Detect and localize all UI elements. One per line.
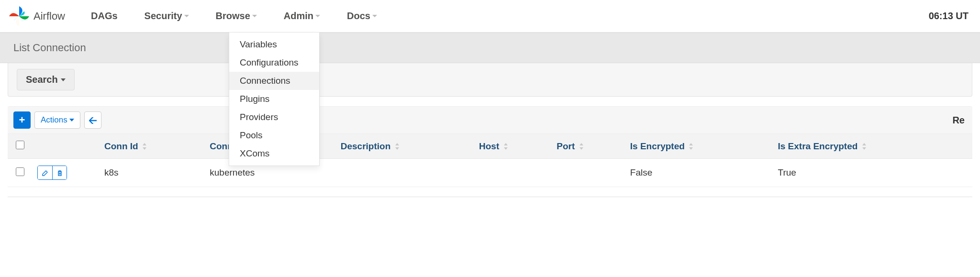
- row-actions-group: [37, 166, 67, 180]
- nav-label: DAGs: [91, 11, 118, 22]
- toolbar: + Actions Re: [8, 106, 972, 134]
- search-toggle-button[interactable]: Search: [17, 69, 75, 90]
- plus-icon: +: [19, 114, 25, 126]
- dropdown-item-xcoms[interactable]: XComs: [229, 144, 319, 163]
- sort-icon: [143, 141, 146, 151]
- chevron-down-icon: [184, 15, 189, 18]
- dropdown-item-configurations[interactable]: Configurations: [229, 54, 319, 72]
- admin-dropdown: Variables Configurations Connections Plu…: [229, 33, 320, 166]
- nav-item-admin[interactable]: Admin: [277, 7, 327, 25]
- header-is-encrypted[interactable]: Is Encrypted: [625, 134, 773, 159]
- cell-conn-id: k8s: [100, 159, 205, 187]
- brand-name: Airflow: [33, 10, 65, 22]
- add-button[interactable]: +: [13, 111, 31, 129]
- sort-icon: [504, 141, 508, 151]
- dropdown-label: Configurations: [240, 57, 299, 67]
- nav-label: Docs: [347, 11, 370, 22]
- nav-item-browse[interactable]: Browse: [209, 7, 264, 25]
- header-port[interactable]: Port: [552, 134, 625, 159]
- trash-icon: [56, 167, 63, 178]
- nav-items: DAGs Security Browse Admin Docs: [84, 7, 397, 25]
- header-is-extra-encrypted[interactable]: Is Extra Encrypted: [773, 134, 973, 159]
- nav-item-security[interactable]: Security: [138, 7, 196, 25]
- chevron-down-icon: [372, 15, 377, 18]
- nav-label: Admin: [284, 11, 313, 22]
- header-select-all: [8, 134, 33, 159]
- page-title-bar: List Connection: [0, 33, 980, 63]
- cell-description: [336, 159, 474, 187]
- cell-is-encrypted: False: [625, 159, 773, 187]
- sort-icon: [395, 141, 399, 151]
- cell-host: [474, 159, 552, 187]
- actions-dropdown-button[interactable]: Actions: [34, 111, 80, 129]
- dropdown-label: Connections: [240, 76, 290, 86]
- header-label: Host: [479, 141, 499, 151]
- airflow-logo-icon: [8, 5, 31, 28]
- nav-label: Browse: [216, 11, 250, 22]
- dropdown-item-plugins[interactable]: Plugins: [229, 90, 319, 108]
- header-conn-id[interactable]: Conn Id: [100, 134, 205, 159]
- edit-icon: [42, 167, 48, 178]
- header-label: Is Encrypted: [630, 141, 685, 151]
- header-label: Port: [557, 141, 575, 151]
- row-select-checkbox[interactable]: [16, 167, 24, 176]
- cell-is-extra-encrypted: True: [773, 159, 973, 187]
- nav-item-dags[interactable]: DAGs: [84, 7, 124, 25]
- edit-button[interactable]: [38, 166, 52, 179]
- dropdown-item-pools[interactable]: Pools: [229, 126, 319, 144]
- header-description[interactable]: Description: [336, 134, 474, 159]
- nav-label: Security: [145, 11, 182, 22]
- header-host[interactable]: Host: [474, 134, 552, 159]
- brand[interactable]: Airflow: [8, 5, 65, 28]
- dropdown-label: XComs: [240, 148, 269, 158]
- cell-port: [552, 159, 625, 187]
- clock-utc: 06:13 UT: [929, 11, 972, 22]
- chevron-down-icon: [69, 119, 74, 122]
- dropdown-label: Plugins: [240, 94, 269, 104]
- dropdown-label: Variables: [240, 39, 277, 49]
- dropdown-item-variables[interactable]: Variables: [229, 35, 319, 54]
- chevron-down-icon: [61, 78, 66, 81]
- dropdown-label: Pools: [240, 130, 263, 140]
- arrow-left-icon: [89, 115, 97, 126]
- chevron-down-icon: [252, 15, 257, 18]
- content: Search + Actions Re Con: [0, 63, 980, 207]
- dropdown-item-connections[interactable]: Connections: [229, 72, 319, 90]
- table-header-row: Conn Id Conn Type Description Host Port: [8, 134, 972, 159]
- dropdown-item-providers[interactable]: Providers: [229, 108, 319, 126]
- cell-select: [8, 159, 33, 187]
- nav-item-docs[interactable]: Docs: [340, 7, 384, 25]
- chevron-down-icon: [315, 15, 320, 18]
- panel-bottom-border: [8, 197, 972, 197]
- sort-icon: [689, 141, 693, 151]
- search-panel: Search: [8, 63, 972, 97]
- page-title: List Connection: [13, 42, 86, 54]
- dropdown-label: Providers: [240, 112, 278, 122]
- navbar: Airflow DAGs Security Browse Admin Docs …: [0, 0, 980, 33]
- sort-icon: [579, 141, 583, 151]
- header-label: Conn Id: [104, 141, 138, 151]
- header-label: Description: [341, 141, 391, 151]
- reset-filters-button[interactable]: [84, 111, 101, 129]
- select-all-checkbox[interactable]: [16, 141, 24, 149]
- delete-button[interactable]: [52, 166, 67, 179]
- search-label: Search: [26, 74, 58, 85]
- actions-label: Actions: [41, 115, 67, 125]
- record-count-label: Re: [952, 115, 967, 126]
- table-row: k8s kubernetes False True: [8, 159, 972, 187]
- sort-icon: [862, 141, 866, 151]
- header-label: Is Extra Encrypted: [778, 141, 858, 151]
- header-actions: [33, 134, 100, 159]
- cell-row-actions: [33, 159, 100, 187]
- connections-table: Conn Id Conn Type Description Host Port: [8, 134, 972, 187]
